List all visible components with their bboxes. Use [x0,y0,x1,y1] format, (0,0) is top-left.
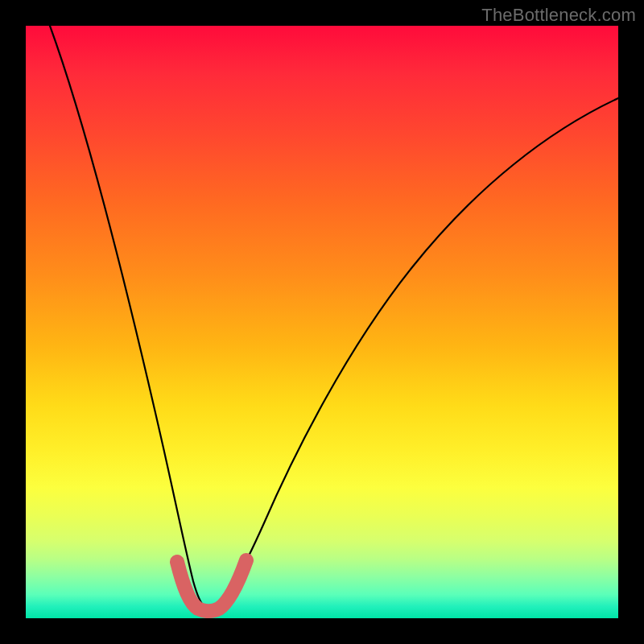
sweet-spot-marker [177,560,246,611]
attribution-label: TheBottleneck.com [481,5,636,26]
bottleneck-curve [50,26,618,609]
chart-frame: TheBottleneck.com [0,0,644,644]
plot-area [26,26,618,618]
chart-svg [26,26,618,618]
